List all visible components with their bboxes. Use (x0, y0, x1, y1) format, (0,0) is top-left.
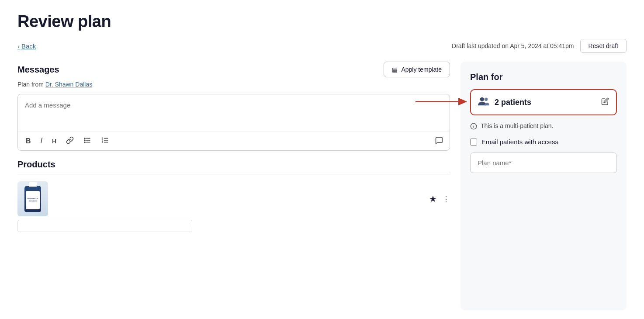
svg-point-14 (480, 97, 484, 101)
page-title: Review plan (17, 12, 627, 31)
patients-card-wrapper: 2 patients (470, 89, 617, 115)
svg-point-15 (485, 98, 488, 101)
more-options-icon[interactable]: ⋮ (442, 194, 450, 204)
products-title: Products (17, 160, 450, 170)
messages-title: Messages (17, 65, 59, 75)
message-editor: B I H (17, 94, 450, 151)
multi-patient-text: This is a multi-patient plan. (481, 122, 554, 129)
numbered-list-icon[interactable]: 1 2 3 (99, 135, 111, 147)
patients-count: 2 patients (495, 98, 531, 107)
product-image: THER-BIOTICComplete (17, 181, 48, 216)
top-bar: ‹ Back Draft last updated on Apr 5, 2024… (17, 39, 627, 53)
message-input[interactable] (18, 94, 450, 132)
bold-icon[interactable]: B (24, 136, 33, 146)
doctor-link[interactable]: Dr. Shawn Dallas (45, 81, 92, 88)
email-patients-checkbox[interactable] (470, 139, 477, 146)
heading-icon[interactable]: H (50, 137, 58, 146)
back-link[interactable]: ‹ Back (17, 42, 36, 50)
back-arrow-icon: ‹ (17, 42, 20, 50)
email-patients-row: Email patients with access (470, 138, 617, 146)
products-divider (17, 174, 450, 174)
plan-from: Plan from Dr. Shawn Dallas (17, 81, 450, 88)
info-icon (470, 123, 477, 131)
patients-card-left: 2 patients (478, 96, 531, 108)
product-bottle: THER-BIOTICComplete (24, 186, 41, 212)
draft-info-group: Draft last updated on Apr 5, 2024 at 05:… (452, 39, 627, 53)
link-icon[interactable] (64, 135, 76, 147)
message-bubble-icon[interactable] (435, 136, 443, 146)
back-link-label: Back (21, 42, 36, 50)
products-section: Products THER-BIOTICComplete ★ ⋮ (17, 160, 450, 310)
svg-point-3 (84, 138, 85, 139)
product-actions: ★ ⋮ (429, 194, 450, 204)
message-toolbar: B I H (18, 132, 450, 150)
plan-from-prefix: Plan from (17, 81, 45, 88)
patients-group-icon (478, 96, 489, 108)
bullet-list-icon[interactable] (82, 135, 93, 147)
apply-template-button[interactable]: ▤ Apply template (384, 62, 450, 77)
patients-card[interactable]: 2 patients (470, 89, 617, 115)
template-icon: ▤ (392, 66, 398, 73)
draft-text: Draft last updated on Apr 5, 2024 at 05:… (452, 42, 574, 49)
plan-name-input[interactable] (470, 153, 617, 173)
edit-patients-icon[interactable] (601, 97, 609, 107)
product-bottom-bar (17, 220, 192, 232)
favorite-icon[interactable]: ★ (429, 194, 437, 204)
page-container: Review plan ‹ Back Draft last updated on… (0, 0, 644, 319)
svg-point-4 (84, 140, 85, 141)
plan-for-title: Plan for (470, 72, 617, 82)
product-item: THER-BIOTICComplete ★ ⋮ (17, 181, 450, 216)
right-panel: Plan for (460, 62, 627, 310)
messages-header: Messages ▤ Apply template (17, 62, 450, 77)
svg-text:3: 3 (102, 141, 103, 143)
multi-patient-note: This is a multi-patient plan. (470, 122, 617, 131)
toolbar-icons: B I H (24, 135, 111, 147)
main-content: Messages ▤ Apply template Plan from Dr. … (17, 62, 627, 310)
svg-point-5 (84, 142, 85, 142)
apply-template-label: Apply template (401, 66, 442, 73)
reset-draft-button[interactable]: Reset draft (580, 39, 627, 53)
email-patients-label: Email patients with access (481, 138, 558, 146)
italic-icon[interactable]: I (39, 136, 44, 146)
left-panel: Messages ▤ Apply template Plan from Dr. … (17, 62, 450, 310)
